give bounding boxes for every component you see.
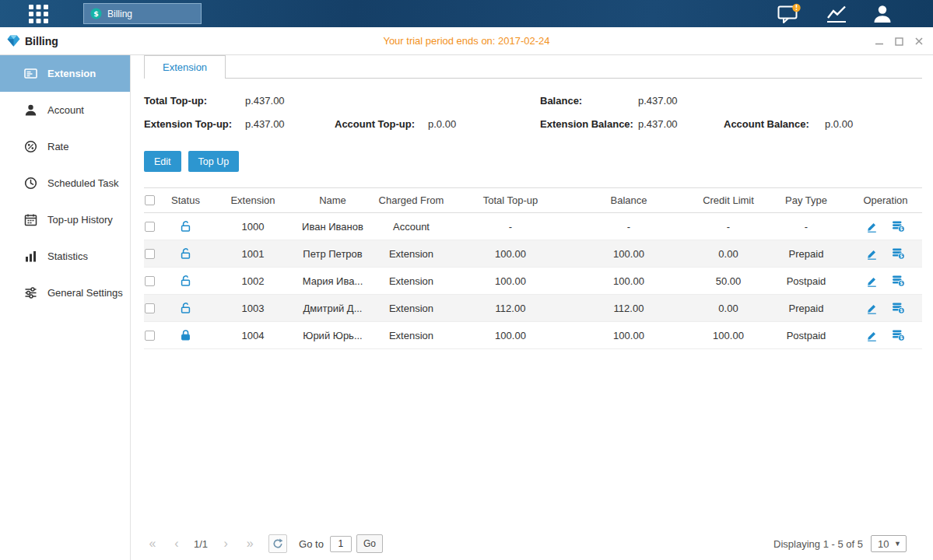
cell-balance: 112.00 xyxy=(564,303,693,314)
sidebar-item-top-up-history[interactable]: Top-up History xyxy=(0,201,130,238)
balance-label: Balance: xyxy=(540,95,638,107)
close-icon[interactable] xyxy=(914,37,924,46)
edit-icon[interactable] xyxy=(866,221,878,233)
last-page-icon[interactable]: » xyxy=(241,537,258,551)
top-up-icon[interactable]: $ xyxy=(892,302,905,314)
taskbar-tab-billing[interactable]: $ Billing xyxy=(83,3,202,24)
go-button[interactable]: Go xyxy=(356,534,383,553)
top-up-button[interactable]: Top Up xyxy=(188,151,240,172)
status-cell xyxy=(165,220,206,233)
cell-name: Петр Петров xyxy=(300,248,366,260)
operation-cell: $ xyxy=(849,302,922,314)
sidebar-item-label: Top-up History xyxy=(47,214,113,226)
top-up-icon[interactable]: $ xyxy=(892,329,905,341)
edit-icon[interactable] xyxy=(866,330,878,341)
goto-label: Go to xyxy=(299,538,324,550)
cell-balance: 100.00 xyxy=(564,330,693,341)
extensions-table: StatusExtensionNameCharged FromTotal Top… xyxy=(144,187,922,349)
column-header-balance: Balance xyxy=(564,194,693,206)
sidebar-item-rate[interactable]: Rate xyxy=(0,128,130,165)
column-header-total-top-up: Total Top-up xyxy=(457,194,564,206)
next-page-icon[interactable]: › xyxy=(217,537,234,551)
sidebar-item-extension[interactable]: Extension xyxy=(0,55,130,92)
total-topup-value: p.437.00 xyxy=(245,95,335,107)
unlocked-icon xyxy=(180,302,191,314)
account-balance-value: p.0.00 xyxy=(825,118,922,130)
sidebar-item-general-settings[interactable]: General Settings xyxy=(0,275,130,311)
extension-topup-label: Extension Top-up: xyxy=(144,118,245,130)
cell-pay-type: Postpaid xyxy=(763,275,849,287)
account-icon xyxy=(24,103,37,117)
page-size-value: 10 xyxy=(878,538,889,550)
goto-page-input[interactable] xyxy=(330,536,352,552)
status-cell xyxy=(165,247,206,260)
page-size-select[interactable]: 10 ▼ xyxy=(871,535,907,552)
billing-app-window: $ Billing ! Billing Your trial period en… xyxy=(0,0,933,560)
cell-pay-type: - xyxy=(763,221,849,233)
locked-icon xyxy=(180,329,191,341)
minimize-icon[interactable] xyxy=(875,37,884,46)
reports-chart-icon[interactable] xyxy=(826,5,847,23)
rate-icon xyxy=(24,140,37,153)
app-content: ExtensionAccountRateScheduled TaskTop-up… xyxy=(0,55,933,560)
row-checkbox[interactable] xyxy=(145,249,155,259)
cell-balance: - xyxy=(564,221,693,233)
sidebar-item-statistics[interactable]: Statistics xyxy=(0,238,130,275)
table-row: 1004Юрий Юрь...Extension100.00100.00100.… xyxy=(144,322,922,349)
app-title: Billing xyxy=(25,35,58,47)
main-panel: Extension Total Top-up: p.437.00 Balance… xyxy=(131,55,933,560)
top-up-icon[interactable]: $ xyxy=(892,247,905,260)
column-header-operation: Operation xyxy=(849,194,922,206)
row-checkbox[interactable] xyxy=(145,303,155,313)
column-header-charged-from: Charged From xyxy=(366,194,457,206)
maximize-icon[interactable] xyxy=(895,37,903,46)
cell-total-topup: 100.00 xyxy=(457,248,564,260)
refresh-button[interactable] xyxy=(268,534,287,553)
sidebar-item-label: Statistics xyxy=(47,250,88,262)
row-checkbox[interactable] xyxy=(145,331,155,341)
row-checkbox-cell xyxy=(144,303,165,313)
row-checkbox[interactable] xyxy=(145,276,155,286)
first-page-icon[interactable]: « xyxy=(144,537,161,551)
cell-balance: 100.00 xyxy=(564,275,693,287)
edit-icon[interactable] xyxy=(866,248,878,260)
user-account-icon[interactable] xyxy=(872,4,893,23)
unlocked-icon xyxy=(180,247,191,260)
pagination-right: Displaying 1 - 5 of 5 10 ▼ xyxy=(773,535,922,552)
scheduled-task-icon xyxy=(24,177,37,190)
prev-page-icon[interactable]: ‹ xyxy=(168,537,185,551)
topup-history-icon xyxy=(24,213,37,226)
cell-credit-limit: 0.00 xyxy=(693,248,763,260)
table-row: 1000Иван ИвановAccount----$ xyxy=(144,213,922,240)
apps-grid-icon[interactable] xyxy=(28,4,49,24)
pagination-bar: « ‹ 1/1 › » Go to Go Displaying 1 - 5 of… xyxy=(144,533,922,555)
account-topup-label: Account Top-up: xyxy=(335,118,428,130)
top-up-icon[interactable]: $ xyxy=(892,220,905,233)
cell-name: Юрий Юрь... xyxy=(300,330,366,341)
cell-extension: 1001 xyxy=(206,248,300,260)
cell-charged-from: Extension xyxy=(366,303,457,314)
sidebar-item-label: Scheduled Task xyxy=(47,177,119,189)
unlocked-icon xyxy=(180,220,191,233)
table-body: 1000Иван ИвановAccount----$1001Петр Петр… xyxy=(144,213,922,349)
tab-extension[interactable]: Extension xyxy=(144,55,226,79)
edit-icon[interactable] xyxy=(866,275,878,287)
column-header-extension: Extension xyxy=(206,194,300,206)
edit-icon[interactable] xyxy=(866,303,878,314)
chevron-down-icon: ▼ xyxy=(894,540,901,548)
notifications-icon[interactable]: ! xyxy=(777,3,801,24)
select-all-checkbox[interactable] xyxy=(145,195,155,205)
cell-extension: 1004 xyxy=(206,330,300,341)
svg-text:!: ! xyxy=(795,5,798,12)
status-cell xyxy=(165,329,206,341)
top-up-icon[interactable]: $ xyxy=(892,275,905,287)
cell-total-topup: - xyxy=(457,221,564,233)
sidebar-item-scheduled-task[interactable]: Scheduled Task xyxy=(0,165,130,201)
sidebar-item-account[interactable]: Account xyxy=(0,92,130,128)
row-checkbox[interactable] xyxy=(145,222,155,232)
displaying-text: Displaying 1 - 5 of 5 xyxy=(773,538,863,550)
edit-button[interactable]: Edit xyxy=(144,151,181,172)
trial-notice: Your trial period ends on: 2017-02-24 xyxy=(0,35,933,47)
extension-topup-value: p.437.00 xyxy=(245,118,335,130)
cell-charged-from: Account xyxy=(366,221,457,233)
